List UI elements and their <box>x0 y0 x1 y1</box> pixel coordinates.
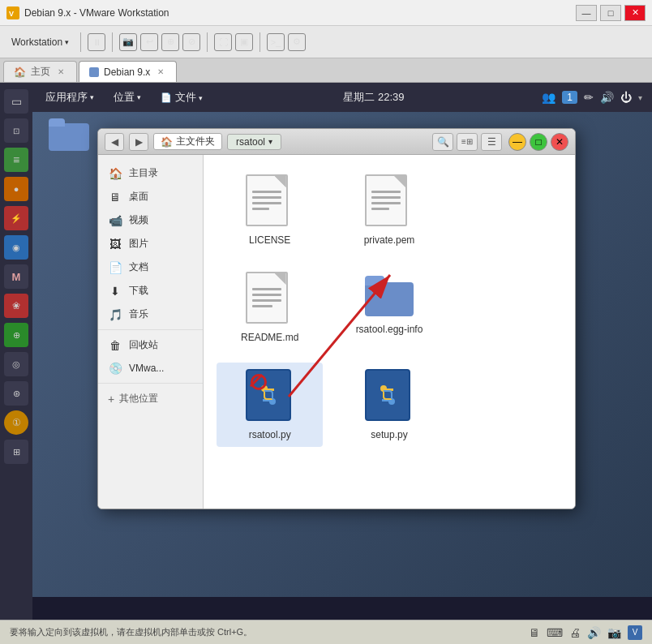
fm-home-path[interactable]: 🏠 主文件夹 <box>153 133 222 150</box>
add-icon: + <box>108 393 114 406</box>
desktop-folder[interactable] <box>49 118 89 151</box>
vm-content[interactable]: ◀ ▶ 🏠 主文件夹 rsatool ▾ 🔍 ≡⊞ <box>32 112 652 597</box>
fm-sidebar-desktop[interactable]: 🖥 桌面 <box>98 185 203 208</box>
fm-sidebar-documents[interactable]: 📄 文档 <box>98 255 203 279</box>
fm-sidebar-video[interactable]: 📹 视频 <box>98 208 203 232</box>
debian-tab-close[interactable]: ✕ <box>155 67 166 78</box>
fm-sidebar-music-label: 音乐 <box>129 307 148 321</box>
home-tab-close[interactable]: ✕ <box>55 67 66 78</box>
vm-menu-location[interactable]: 位置 <box>110 88 144 106</box>
desktop-icon: 🖥 <box>108 191 122 204</box>
sidebar-btn-12[interactable]: ① <box>4 410 28 435</box>
fm-main-content[interactable]: LICENSE <box>204 155 575 509</box>
private-pem-name: private.pem <box>364 234 415 246</box>
file-item-rsatool-py[interactable]: rsatool.py <box>217 363 323 447</box>
tab-debian[interactable]: Debian 9.x ✕ <box>79 61 177 82</box>
settings-button[interactable]: ⚙ <box>288 33 306 51</box>
fullscreen-button[interactable]: ⛶ <box>214 33 232 51</box>
view-button[interactable]: ▣ <box>235 33 253 51</box>
sidebar-btn-5[interactable]: ⚡ <box>4 206 28 230</box>
license-file-name: LICENSE <box>249 234 290 246</box>
tray-pencil-icon: ✏ <box>584 91 594 104</box>
sidebar-btn-10[interactable]: ◎ <box>4 352 28 376</box>
music-icon: 🎵 <box>108 308 122 321</box>
status-icon-5: 📷 <box>607 626 621 639</box>
fm-sidebar-home[interactable]: 🏠 主目录 <box>98 161 203 185</box>
tray-badge: 1 <box>562 91 577 104</box>
sidebar-btn-13[interactable]: ⊞ <box>4 440 28 464</box>
sidebar-btn-1[interactable]: ▭ <box>4 89 28 114</box>
setup-py-name: setup.py <box>371 429 407 440</box>
tray-dropdown: ▾ <box>638 93 642 102</box>
status-icon-2: ⌨ <box>547 626 563 639</box>
vm-time: 星期二 22:39 <box>343 90 404 105</box>
vm-desktop[interactable]: 应用程序 位置 📄 文件 星期二 22:39 👥 1 ✏ 🔊 ⏻ ▾ <box>32 83 652 620</box>
readme-icon <box>246 272 294 328</box>
fm-sidebar-music[interactable]: 🎵 音乐 <box>98 303 203 326</box>
sidebar-btn-7[interactable]: M <box>4 264 28 289</box>
toolbar-separator-2 <box>112 32 113 52</box>
fm-sidebar-documents-label: 文档 <box>129 260 148 274</box>
fm-sidebar-trash[interactable]: 🗑 回收站 <box>98 333 203 357</box>
fm-forward-button[interactable]: ▶ <box>129 133 148 151</box>
home-tab-icon: 🏠 <box>14 67 26 78</box>
fm-location-label[interactable]: rsatool ▾ <box>227 134 281 150</box>
rsatool-py-icon <box>246 369 294 426</box>
workstation-menu[interactable]: Workstation <box>6 34 74 50</box>
close-button[interactable]: ✕ <box>624 5 646 21</box>
vm-topbar: 应用程序 位置 📄 文件 星期二 22:39 👥 1 ✏ 🔊 ⏻ ▾ <box>32 83 652 112</box>
sidebar-btn-9[interactable]: ⊕ <box>4 323 28 347</box>
egg-info-name: rsatool.egg-info <box>356 324 423 335</box>
terminal-button[interactable]: >_ <box>267 33 285 51</box>
vmware-icon: 💿 <box>108 362 122 375</box>
fm-sidebar-vmware[interactable]: 💿 VMwa... <box>98 357 203 380</box>
sidebar-btn-8[interactable]: ❀ <box>4 294 28 318</box>
sidebar-btn-11[interactable]: ⊛ <box>4 381 28 406</box>
fm-nav-area: ◀ ▶ 🏠 主文件夹 rsatool ▾ <box>105 133 281 151</box>
fm-search-button[interactable]: 🔍 <box>432 133 453 151</box>
documents-icon: 📄 <box>108 261 122 274</box>
fm-sidebar-other[interactable]: + 其他位置 <box>98 387 203 410</box>
fm-sidebar-pictures[interactable]: 🖼 图片 <box>98 232 203 255</box>
minimize-button[interactable]: — <box>576 5 597 21</box>
sidebar-btn-4[interactable]: ● <box>4 177 28 201</box>
vm-menu-file[interactable]: 📄 文件 <box>157 88 206 106</box>
app-icon: V <box>6 6 19 19</box>
fm-sidebar-downloads[interactable]: ⬇ 下载 <box>98 279 203 303</box>
vm-button2[interactable]: ⊘ <box>182 33 200 51</box>
restore-button[interactable]: ↩ <box>140 33 158 51</box>
private-pem-icon <box>365 174 414 231</box>
vm-area: ▭ ⊡ ≡ ● ⚡ ◉ M ❀ ⊕ ◎ ⊛ ① ⊞ 应用程序 位置 📄 文件 <box>0 83 652 620</box>
fm-close-button[interactable]: ✕ <box>551 133 568 151</box>
pause-button[interactable]: ⏸ <box>88 33 105 51</box>
fm-home-icon: 🏠 <box>161 136 173 148</box>
debian-tab-label: Debian 9.x <box>104 67 150 78</box>
fm-back-button[interactable]: ◀ <box>105 133 124 151</box>
file-item-readme[interactable]: README.md <box>217 265 323 350</box>
vm-button1[interactable]: ⊕ <box>161 33 179 51</box>
fm-current-folder: rsatool <box>236 136 265 148</box>
video-icon: 📹 <box>108 214 122 227</box>
snapshot-button[interactable]: 📷 <box>119 33 137 51</box>
file-item-setup-py[interactable]: setup.py <box>336 363 442 447</box>
sidebar-btn-3[interactable]: ≡ <box>4 148 28 172</box>
fm-file-grid: LICENSE <box>217 168 562 447</box>
rsatool-py-name: rsatool.py <box>249 429 291 440</box>
fm-menu-button[interactable]: ☰ <box>481 133 502 151</box>
file-item-license[interactable]: LICENSE <box>217 168 323 252</box>
title-bar: V Debian 9.x - VMware Workstation — □ ✕ <box>0 0 652 26</box>
tray-users-icon: 👥 <box>542 91 555 104</box>
fm-sidebar-trash-label: 回收站 <box>129 338 158 352</box>
fm-maximize-button[interactable]: □ <box>530 133 547 151</box>
fm-sidebar: 🏠 主目录 🖥 桌面 📹 视频 🖼 图片 <box>98 155 204 509</box>
vm-menu-apps[interactable]: 应用程序 <box>42 88 97 106</box>
file-item-private-pem[interactable]: private.pem <box>336 168 442 252</box>
file-item-egg-info[interactable]: rsatool.egg-info <box>336 265 442 350</box>
fm-view-toggle[interactable]: ≡⊞ <box>457 133 478 151</box>
maximize-button[interactable]: □ <box>600 5 621 21</box>
fm-minimize-button[interactable]: — <box>508 133 526 151</box>
sidebar-btn-2[interactable]: ⊡ <box>4 118 28 143</box>
sidebar-btn-6[interactable]: ◉ <box>4 235 28 260</box>
tab-home[interactable]: 🏠 主页 ✕ <box>3 61 77 82</box>
license-file-icon <box>246 174 294 231</box>
